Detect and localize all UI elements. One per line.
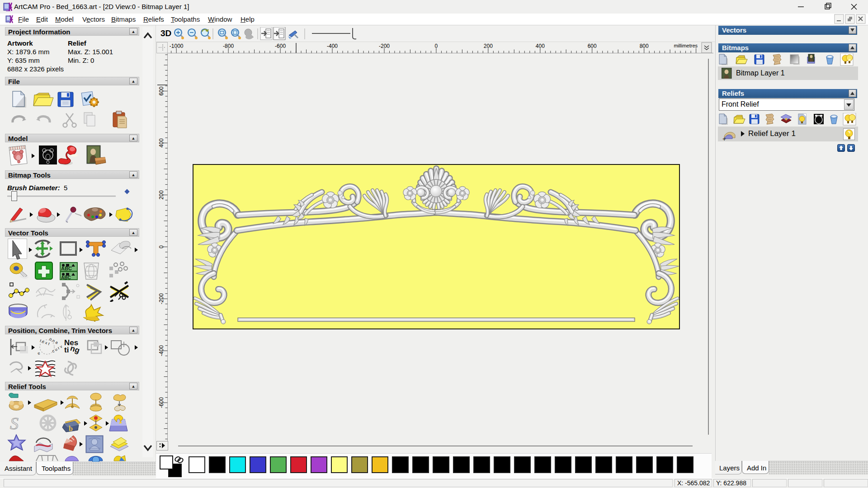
svg-text:-800: -800	[223, 43, 234, 49]
svg-text:S: S	[10, 414, 19, 433]
svg-text:ti: ti	[64, 346, 69, 354]
svg-text:400: 400	[536, 43, 545, 49]
svg-text:600: 600	[158, 86, 165, 95]
svg-text:ng: ng	[69, 344, 81, 355]
svg-text:-200: -200	[158, 293, 165, 304]
svg-text:c u r v: c u r v	[51, 344, 63, 353]
svg-text:ABC: ABC	[61, 266, 72, 271]
svg-text:-400: -400	[327, 43, 338, 49]
svg-text:200: 200	[484, 43, 493, 49]
svg-text:b: b	[69, 425, 73, 432]
svg-text:800: 800	[640, 43, 649, 49]
svg-text:0: 0	[435, 43, 438, 49]
svg-text:-600: -600	[275, 43, 286, 49]
svg-text:0: 0	[158, 245, 165, 249]
svg-text:e: e	[37, 351, 41, 356]
svg-text:400: 400	[158, 138, 165, 147]
svg-text:-200: -200	[379, 43, 390, 49]
svg-text:-1000: -1000	[170, 43, 184, 49]
svg-text:200: 200	[158, 190, 165, 199]
svg-text:ABC: ABC	[61, 275, 71, 280]
svg-text:+: +	[722, 135, 726, 141]
svg-text:-600: -600	[158, 397, 165, 408]
svg-text:600: 600	[588, 43, 597, 49]
svg-text:-400: -400	[158, 345, 165, 356]
svg-text:millimetres: millimetres	[674, 43, 698, 48]
